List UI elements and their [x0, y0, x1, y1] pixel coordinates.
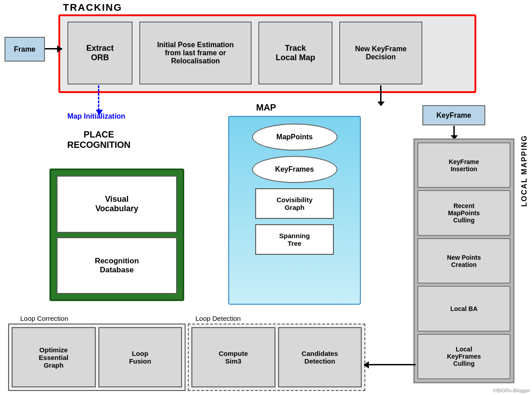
- map-container: MapPoints KeyFrames Covisibility Graph S…: [228, 116, 361, 305]
- new-points-creation-box: New Points Creation: [417, 238, 510, 284]
- compute-sim3-box: Compute Sim3: [191, 327, 275, 387]
- initial-pose-box: Initial Pose Estimation from last frame …: [139, 22, 252, 84]
- local-keyframes-culling-box: Local KeyFrames Culling: [417, 334, 510, 379]
- tracking-label: TRACKING: [63, 2, 122, 13]
- optimize-essential-graph-box: Optimize Essential Graph: [12, 327, 96, 387]
- loop-correction-label: Loop Correction: [20, 315, 68, 322]
- watermark: ©BIGRo-Blogger: [493, 388, 530, 393]
- map-init-arrow: [98, 85, 99, 115]
- loop-correction-container: Optimize Essential Graph Loop Fusion: [8, 324, 186, 391]
- local-mapping-container: KeyFrame Insertion Recent MapPoints Cull…: [413, 138, 514, 383]
- frame-arrow: [45, 48, 62, 49]
- mappoints-oval: MapPoints: [252, 124, 337, 151]
- kf-to-lm-arrow: [453, 126, 455, 139]
- extract-orb-box: Extract ORB: [67, 22, 133, 84]
- loop-detection-container: Compute Sim3 Candidates Detection: [188, 324, 365, 391]
- culling-to-candidates-arrow: [364, 364, 416, 365]
- keyframe-box: KeyFrame: [422, 105, 485, 125]
- kf-down-arrow: [380, 85, 381, 106]
- map-label: MAP: [256, 102, 276, 113]
- frame-box: Frame: [4, 37, 45, 62]
- local-mapping-label: LOCAL MAPPING: [520, 135, 528, 207]
- place-recognition-label: PLACE RECOGNITION: [58, 129, 139, 150]
- candidates-detection-box: Candidates Detection: [278, 327, 362, 387]
- track-local-map-box: Track Local Map: [258, 22, 332, 84]
- local-ba-box: Local BA: [417, 286, 510, 331]
- new-keyframe-decision-box: New KeyFrame Decision: [339, 22, 422, 84]
- map-init-label: Map Initialization: [67, 112, 125, 120]
- loop-detection-label: Loop Detection: [195, 315, 241, 322]
- visual-vocabulary-box: Visual Vocabulary: [57, 176, 177, 233]
- place-recognition-container: Visual Vocabulary Recognition Database: [49, 169, 184, 301]
- keyframes-oval: KeyFrames: [252, 156, 337, 183]
- spanning-tree-box: Spanning Tree: [255, 224, 334, 255]
- recognition-database-box: Recognition Database: [57, 237, 177, 294]
- keyframe-insertion-box: KeyFrame Insertion: [417, 142, 510, 188]
- loop-fusion-box: Loop Fusion: [98, 327, 182, 387]
- recent-mappoints-culling-box: Recent MapPoints Culling: [417, 190, 510, 235]
- covisibility-graph-box: Covisibility Graph: [255, 188, 334, 219]
- diagram: TRACKING Frame Extract ORB Initial Pose …: [0, 0, 532, 395]
